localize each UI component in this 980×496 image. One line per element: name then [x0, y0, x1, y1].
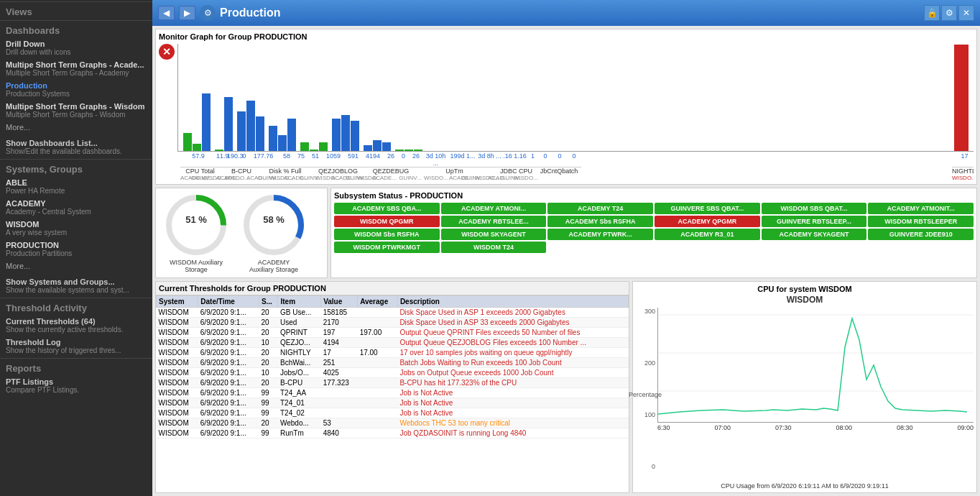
- chart-section: Monitor Graph for Group PRODUCTION ✕: [155, 29, 977, 185]
- val-51: 51: [308, 152, 323, 167]
- td-desc: Job is Not Active: [397, 408, 628, 418]
- subsystem-badge[interactable]: WISDOM SBS QBAT...: [762, 203, 867, 214]
- production-sys-sub: Production Partitions: [6, 249, 147, 257]
- td-average: 17.00: [358, 348, 398, 358]
- table-row: WISDOM 6/9/2020 9:1... 20 B-CPU 177.323 …: [157, 378, 629, 388]
- subsystem-badge[interactable]: WISDOM QPGMR: [334, 216, 440, 227]
- table-header: System Date/Time S... Item Value Average…: [157, 296, 629, 308]
- subsystem-badge[interactable]: WISDOM PTWRKMGT: [334, 242, 440, 253]
- ptf-listings-title: PTF Listings: [6, 377, 147, 386]
- subsystem-badge[interactable]: WISDOM SKYAGENT: [441, 229, 547, 240]
- y-200: 200: [644, 359, 655, 367]
- back-button[interactable]: ◀: [158, 6, 175, 20]
- td-average: [358, 338, 398, 348]
- sidebar-item-drilldown-title: Drill Down: [6, 40, 147, 48]
- bar: [183, 133, 192, 151]
- sidebar-item-wisdom[interactable]: WISDOM A very wise system: [0, 218, 152, 239]
- td-datetime: 6/9/2020 9:1...: [198, 308, 259, 318]
- bottom-section: Current Thresholds for Group PRODUCTION …: [155, 281, 977, 493]
- subsystem-badge[interactable]: ACADEMY PTWRK...: [547, 229, 653, 240]
- bar: [287, 119, 296, 151]
- td-value: [321, 388, 358, 398]
- sidebar-item-multishort-acad[interactable]: Multipe Short Term Graphs - Acade... Mul…: [0, 58, 152, 79]
- close-button[interactable]: ✕: [958, 5, 974, 21]
- sidebar-current-thresholds[interactable]: Current Thresholds (64) Show the current…: [0, 315, 152, 336]
- subsystem-badge[interactable]: ACADEMY Sbs RSFHA: [547, 216, 653, 227]
- cpu-chart-inner: Percentage 6:30 07:00 07:30: [657, 308, 974, 481]
- chart-title: Monitor Graph for Group PRODUCTION: [159, 32, 974, 41]
- forward-button[interactable]: ▶: [179, 6, 195, 20]
- thresholds-table-container[interactable]: System Date/Time S... Item Value Average…: [156, 295, 629, 492]
- td-item: BchWai...: [278, 358, 321, 368]
- subsystem-badge[interactable]: WISDOM T24: [441, 242, 547, 253]
- td-item: GB Use...: [278, 308, 321, 318]
- sidebar-show-systems[interactable]: Show Systems and Groups... Show the avai…: [0, 275, 152, 296]
- subsystem-badge[interactable]: ACADEMY RBTSLEE...: [441, 216, 547, 227]
- subsystem-badge[interactable]: ACADEMY R3_01: [655, 229, 760, 240]
- sidebar-item-able[interactable]: ABLE Power HA Remote: [0, 176, 152, 197]
- subsystem-badge[interactable]: GUINVERE JDEE910: [868, 229, 974, 240]
- subsystem-badge[interactable]: ACADEMY T24: [547, 203, 653, 214]
- td-average: [358, 378, 398, 388]
- subsystem-badge[interactable]: WISDOM Sbs RSFHA: [334, 229, 440, 240]
- subsystem-badge[interactable]: ACADEMY SBS QBA...: [334, 203, 440, 214]
- sidebar-ptf-listings[interactable]: PTF Listings Compare PTF Listings.: [0, 375, 152, 396]
- val-26a: 26: [384, 152, 398, 167]
- col-s: S...: [259, 296, 278, 308]
- td-item: RunTm: [278, 428, 321, 438]
- bar: [202, 93, 211, 151]
- col-value: Value: [321, 296, 358, 308]
- sidebar-threshold-log[interactable]: Threshold Log Show the history of trigge…: [0, 336, 152, 357]
- td-system: WISDOM: [157, 358, 198, 368]
- sidebar-item-production[interactable]: Production Production Systems: [0, 79, 152, 100]
- subsystem-badge[interactable]: GUINVERE SBS QBAT...: [655, 203, 760, 214]
- settings-button[interactable]: ⚙: [941, 5, 957, 21]
- subsystem-badge[interactable]: ACADEMY ATMONIT...: [868, 203, 974, 214]
- bar: [224, 97, 233, 151]
- thresholds-table: System Date/Time S... Item Value Average…: [156, 295, 629, 438]
- chart-inner: 57.9 11.9 190.3 0 177.76 58 75 51 1059 5…: [177, 44, 974, 181]
- subsystem-badge[interactable]: ACADEMY SKYAGENT: [762, 229, 867, 240]
- chart-group-uptm: [332, 115, 359, 151]
- td-item: T24_01: [278, 398, 321, 408]
- td-system: WISDOM: [157, 318, 198, 328]
- td-desc: B-CPU has hit 177.323% of the CPU: [397, 378, 628, 388]
- sidebar-item-production-sys[interactable]: PRODUCTION Production Partitions: [0, 239, 152, 260]
- thresholds-section: Current Thresholds for Group PRODUCTION …: [155, 281, 629, 493]
- header-right-buttons: 🔒 ⚙ ✕: [924, 5, 974, 21]
- subsystem-grid: ACADEMY SBS QBA...ACADEMY ATMONI...ACADE…: [334, 203, 974, 253]
- sidebar-item-multishort-wis[interactable]: Multipe Short Term Graphs - Wisdom Multi…: [0, 100, 152, 121]
- td-value: [321, 408, 358, 418]
- table-row: WISDOM 6/9/2020 9:1... 20 QPRINT 197 197…: [157, 328, 629, 338]
- td-s: 99: [259, 398, 278, 408]
- td-value: 53: [321, 418, 358, 428]
- subsystem-badge[interactable]: ACADEMY ATMONI...: [441, 203, 547, 214]
- bar: [319, 142, 328, 151]
- td-system: WISDOM: [157, 378, 198, 388]
- sidebar-more2[interactable]: More...: [0, 260, 152, 272]
- lock-button[interactable]: 🔒: [924, 5, 940, 21]
- table-row: WISDOM 6/9/2020 9:1... 99 T24_01 Job is …: [157, 398, 629, 408]
- col-item: Item: [278, 296, 321, 308]
- td-datetime: 6/9/2020 9:1...: [198, 418, 259, 428]
- bar: [332, 119, 341, 151]
- chart-group-qezjoblog: [269, 119, 296, 151]
- val-591: 591: [344, 152, 362, 167]
- bar: [341, 115, 350, 151]
- chart-group-nightly: [954, 45, 969, 151]
- td-s: 99: [259, 388, 278, 398]
- header: ◀ ▶ ⚙ Production 🔒 ⚙ ✕: [152, 0, 980, 26]
- bar: [395, 150, 404, 151]
- subsystem-badge[interactable]: WISDOM RBTSLEEPER: [868, 216, 974, 227]
- chart-wrapper: ✕: [159, 44, 974, 181]
- subsystem-badge[interactable]: GUINVERE RBTSLEEP...: [762, 216, 867, 227]
- sidebar-show-dashboards[interactable]: Show Dashboards List... Show/Edit the av…: [0, 137, 152, 157]
- subsystem-badge[interactable]: ACADEMY QPGMR: [655, 216, 760, 227]
- academy-sub: Academy - Central System: [6, 208, 147, 216]
- td-value: 177.323: [321, 378, 358, 388]
- error-close-button[interactable]: ✕: [159, 44, 175, 60]
- sidebar-more1[interactable]: More...: [0, 121, 152, 134]
- td-s: 99: [259, 408, 278, 418]
- sidebar-item-drilldown[interactable]: Drill Down Drill down with icons: [0, 37, 152, 58]
- sidebar-item-academy[interactable]: ACADEMY Academy - Central System: [0, 197, 152, 218]
